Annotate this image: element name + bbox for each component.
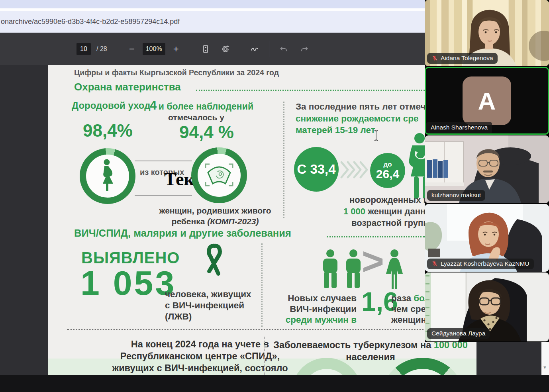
pdf-page[interactable]: Цифры и факты Кыргызской Республики за 2… (48, 65, 476, 375)
ultrasound-icon (202, 160, 236, 191)
birthrate-from-circle: С 33,4 (294, 147, 339, 192)
per-women-line1: новорожденных н (349, 195, 429, 205)
chevrons-right-icon (340, 161, 369, 180)
birthrate-to-label: до (383, 161, 392, 168)
detected-caption-line3: (ЛЖВ) (165, 311, 251, 322)
antenatal-value: 98,4% (83, 121, 133, 141)
detected-caption-line2: с ВИЧ-инфекцией (165, 300, 251, 311)
mic-muted-icon (431, 55, 438, 61)
detected-caption-line1: человека, живущих (165, 289, 251, 300)
participant-tile[interactable]: Сейдуанова Лаура (425, 272, 549, 341)
footer-dotted-line (67, 329, 470, 330)
observations-value: 94,4 % (179, 122, 234, 142)
footer-divider-dashed (264, 337, 265, 375)
draw-annotate-icon[interactable] (250, 44, 259, 54)
undo-icon[interactable] (279, 44, 288, 54)
avatar-letter: A (478, 87, 496, 115)
avatar: A (463, 76, 511, 125)
zoom-level[interactable]: 100% (143, 43, 165, 55)
new-cases-line2: ВИЧ-инфекции (277, 304, 357, 314)
trend-line2: снижение рождаемости сре (296, 114, 419, 124)
participant-name-label: Aidana Tolegenova (427, 53, 498, 64)
participant-name: Lyazzat Kosherbayeva KazNMU (441, 260, 529, 267)
donut-caption-line2: ребенка (172, 217, 208, 226)
maternity-heading: Охрана материнства (74, 81, 181, 93)
scrollbar[interactable]: ▼ (541, 342, 549, 375)
participant-name-label: Сейдуанова Лаура (427, 328, 490, 339)
toolbar-divider (240, 41, 240, 57)
meeting-participants-panel: Aidana Tolegenova A Ainash Sharshenova (425, 0, 549, 342)
donut-caption-source: (КОМП-2023) (207, 217, 259, 226)
participant-name-label: kulzhanov maksut (427, 190, 485, 201)
rotate-page-icon[interactable] (221, 44, 230, 54)
participant-tile[interactable]: Aidana Tolegenova (425, 0, 549, 66)
zoom-in-button[interactable]: + (171, 43, 181, 55)
heading-dotted-line (196, 90, 425, 91)
detected-value: 1 053 (80, 263, 176, 303)
zoom-out-button[interactable]: − (127, 43, 137, 55)
url-text[interactable]: onarchive/ac5990e6-d3b3-4f4c-b2d2-e58957… (0, 18, 180, 26)
male-icon (320, 249, 341, 290)
redo-icon[interactable] (300, 44, 309, 54)
observations-donut-chart (191, 147, 247, 203)
antenatal-donut-chart (80, 148, 135, 204)
donut-caption-line1: женщин, родивших живого (143, 205, 287, 216)
toolbar-divider (117, 41, 117, 57)
infographic-title: Цифры и факты Кыргызской Республики за 2… (74, 68, 279, 77)
participant-name: Сейдуанова Лаура (431, 330, 485, 337)
greater-than-symbol: > (362, 239, 384, 283)
per-women-line2: женщин данн (365, 206, 425, 216)
observations-label: и более наблюдений (159, 101, 253, 112)
participant-name-label: Ainash Sharshenova (426, 122, 492, 133)
per-women-number: 1 000 (343, 206, 365, 216)
pregnant-woman-icon (98, 159, 117, 194)
participant-tile[interactable]: Lyazzat Kosherbayeva KazNMU (425, 204, 549, 272)
ratio-line1: раза (391, 293, 414, 303)
footer-left-line3: живущих с ВИЧ-инфекцией, состояло (68, 362, 332, 374)
participant-name: kulzhanov maksut (431, 192, 481, 199)
footer-right-line2: населения (271, 351, 470, 363)
section-divider-dotted (283, 102, 284, 218)
fit-to-page-icon[interactable] (201, 44, 210, 54)
participant-tile[interactable]: A Ainash Sharshenova (425, 67, 549, 135)
per-women-line3: возрастной групп (351, 218, 429, 228)
connector-line-bottom (135, 195, 192, 196)
participant-name: Ainash Sharshenova (431, 124, 488, 131)
new-cases-line3: среди мужчин в (277, 314, 357, 325)
awareness-ribbon-icon (202, 243, 226, 282)
trend-line3: матерей 15-19 лет (296, 125, 375, 135)
scroll-down-arrow[interactable]: ▼ (543, 365, 547, 370)
toolbar-divider (191, 41, 191, 57)
connector-line-top (135, 161, 192, 161)
hiv-heading: ВИЧ/СПИД, малярия и другие заболевания (74, 227, 291, 239)
participant-name: Aidana Tolegenova (441, 55, 493, 62)
antenatal-care-label: Дородовой уход (72, 100, 150, 111)
footer-right-line1: Заболеваемость туберкулезом на (273, 340, 434, 350)
birthrate-to-value: 26,4 (376, 168, 399, 180)
toolbar-divider (269, 41, 269, 57)
ratio-line3: женщин (391, 314, 430, 325)
observations-sub-label: отмечалось у (168, 113, 224, 122)
trend-line1: За последние пять лет отмече (296, 102, 431, 112)
mic-muted-icon (431, 261, 438, 267)
observations-number: 4 (150, 98, 157, 112)
page-number-input[interactable] (76, 43, 91, 55)
page-total-label: / 28 (96, 45, 107, 53)
new-cases-line1: Новых случаев (277, 293, 357, 304)
screen: onarchive/ac5990e6-d3b3-4f4c-b2d2-e58957… (0, 0, 549, 392)
male-icon (343, 249, 364, 290)
text-cursor (373, 129, 379, 143)
participant-tile[interactable]: kulzhanov maksut (425, 135, 549, 203)
ratio-line2: чем сре (391, 304, 430, 314)
section-divider-dotted (261, 243, 263, 327)
participant-name-label: Lyazzat Kosherbayeva KazNMU (427, 259, 534, 269)
female-icon (383, 249, 406, 290)
bottom-bar (0, 375, 549, 392)
heading-dotted-line (327, 236, 425, 237)
